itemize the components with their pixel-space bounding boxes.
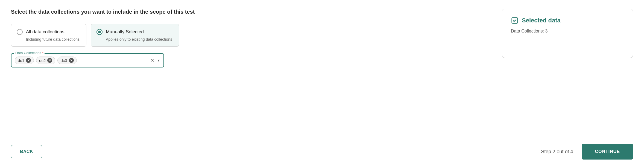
page-title: Select the data collections you want to …	[11, 9, 491, 15]
radio-sublabel-manual: Applies only to existing data collection…	[96, 37, 172, 42]
tag-remove-dc3[interactable]: ✕	[69, 58, 74, 63]
step-indicator: Step 2 out of 4	[541, 149, 573, 155]
footer: BACK Step 2 out of 4 CONTINUE	[0, 138, 644, 165]
radio-options: All data collections Including future da…	[11, 24, 491, 47]
tag-dc1: dc1 ✕	[15, 57, 34, 64]
selected-data-card: Selected data Data Collections: 3	[502, 9, 633, 58]
selected-data-title: Selected data	[522, 17, 561, 24]
tag-dc3: dc3 ✕	[57, 57, 77, 64]
right-panel: Selected data Data Collections: 3	[502, 9, 633, 131]
radio-all-data[interactable]: All data collections Including future da…	[11, 24, 86, 47]
radio-circle-all	[17, 29, 23, 35]
tag-remove-dc2[interactable]: ✕	[47, 58, 52, 63]
back-button[interactable]: BACK	[11, 145, 42, 158]
selected-data-info: Data Collections: 3	[511, 29, 624, 34]
tag-remove-dc1[interactable]: ✕	[26, 58, 31, 63]
tags-area: dc1 ✕ dc2 ✕ dc3 ✕	[15, 57, 148, 64]
field-label: Data Collections *	[14, 51, 45, 55]
radio-label-all: All data collections	[26, 29, 65, 35]
radio-circle-manual	[96, 29, 103, 35]
clear-button[interactable]: ✕	[150, 57, 155, 63]
data-collections-field[interactable]: Data Collections * dc1 ✕ dc2 ✕ dc3 ✕	[11, 53, 164, 67]
data-collections-section: Data Collections * dc1 ✕ dc2 ✕ dc3 ✕	[11, 53, 491, 67]
dropdown-button[interactable]: ▾	[157, 58, 160, 63]
radio-manual[interactable]: Manually Selected Applies only to existi…	[91, 24, 179, 47]
field-controls: ✕ ▾	[150, 57, 160, 63]
radio-sublabel-all: Including future data collections	[17, 37, 80, 42]
continue-button[interactable]: CONTINUE	[582, 144, 633, 160]
selected-data-header: Selected data	[511, 17, 624, 24]
radio-label-manual: Manually Selected	[106, 29, 144, 35]
check-icon	[511, 17, 519, 24]
footer-right: Step 2 out of 4 CONTINUE	[541, 144, 633, 160]
tag-dc2: dc2 ✕	[36, 57, 55, 64]
